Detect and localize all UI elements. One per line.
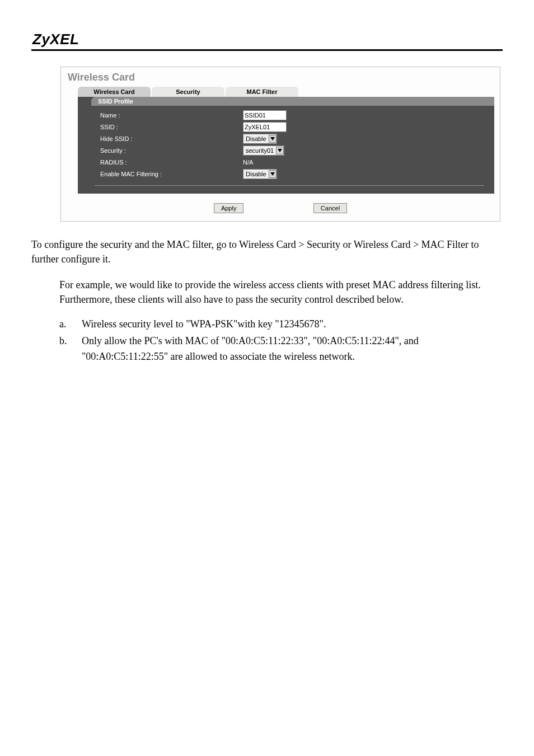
section-header: SSID Profile (91, 97, 494, 106)
list-item-b: b. Only allow the PC's with MAC of "00:A… (59, 334, 503, 365)
paragraph-2: For example, we would like to provide th… (59, 278, 503, 307)
value-radius: N/A (243, 159, 253, 166)
input-name[interactable] (243, 110, 287, 120)
list-marker-b: b. (59, 334, 82, 365)
list-item-a: a. Wireless security level to "WPA-PSK"w… (59, 317, 503, 332)
svg-marker-0 (270, 137, 275, 140)
svg-marker-2 (270, 172, 275, 176)
label-mac-filtering: Enable MAC Filtering : (100, 171, 243, 177)
svg-marker-1 (278, 149, 282, 152)
chevron-down-icon (276, 147, 284, 154)
paragraph-1-part-c: or (340, 239, 354, 250)
paragraph-1: To configure the security and the MAC fi… (31, 237, 503, 266)
content-area: SSID Profile Name : SSID : Hide SSID : D… (78, 97, 494, 194)
ordered-list: a. Wireless security level to "WPA-PSK"w… (59, 317, 503, 365)
paragraph-1-part-b: Wireless Card > Security (239, 239, 340, 250)
apply-button[interactable]: Apply (214, 203, 244, 213)
list-text-b: Only allow the PC's with MAC of "00:A0:C… (82, 334, 503, 365)
divider (95, 185, 484, 186)
select-security[interactable]: security01 (243, 145, 284, 156)
paragraph-1-part-a: To configure the security and the MAC fi… (31, 239, 239, 250)
paragraph-1-part-d: Wireless Card > MAC Filter (354, 239, 469, 250)
tab-security[interactable]: Security (152, 87, 224, 97)
row-radius: RADIUS : N/A (100, 156, 494, 168)
select-mac-filtering-value: Disable (246, 171, 266, 177)
label-ssid: SSID : (100, 124, 243, 130)
list-text-a: Wireless security level to "WPA-PSK"with… (82, 317, 503, 332)
list-marker-a: a. (59, 317, 82, 332)
select-mac-filtering[interactable]: Disable (243, 169, 277, 179)
label-radius: RADIUS : (100, 159, 243, 166)
wireless-card-panel: Wireless Card Wireless Card Security MAC… (60, 67, 500, 222)
row-ssid: SSID : (100, 121, 494, 133)
tab-wireless-card[interactable]: Wireless Card (78, 87, 151, 97)
row-mac-filtering: Enable MAC Filtering : Disable (100, 168, 494, 180)
chevron-down-icon (269, 170, 277, 178)
chevron-down-icon (269, 135, 277, 143)
label-security: Security : (100, 147, 243, 154)
row-hide-ssid: Hide SSID : Disable (100, 133, 494, 144)
tab-mac-filter[interactable]: MAC Filter (226, 87, 298, 97)
input-ssid[interactable] (243, 122, 287, 132)
label-hide-ssid: Hide SSID : (100, 135, 243, 142)
panel-title: Wireless Card (68, 72, 494, 83)
brand-logo: ZyXEL (32, 31, 503, 48)
label-name: Name : (100, 112, 243, 119)
select-hide-ssid[interactable]: Disable (243, 134, 277, 144)
brand-rule (31, 49, 503, 51)
tab-bar: Wireless Card Security MAC Filter (78, 87, 494, 97)
select-hide-ssid-value: Disable (246, 135, 266, 142)
row-name: Name : (100, 109, 494, 121)
row-security: Security : security01 (100, 144, 494, 156)
button-row: Apply Cancel (67, 203, 494, 213)
form: Name : SSID : Hide SSID : Disable (78, 106, 494, 185)
cancel-button[interactable]: Cancel (313, 203, 347, 213)
select-security-value: security01 (246, 147, 274, 154)
